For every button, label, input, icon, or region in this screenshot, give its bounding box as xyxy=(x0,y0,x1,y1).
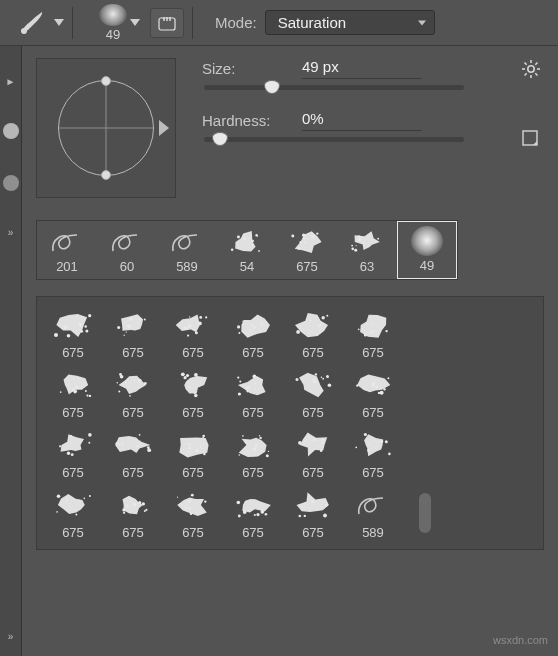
library-brush-tile[interactable]: 675 xyxy=(223,303,283,363)
brush-preset-chevron-icon[interactable] xyxy=(130,15,140,30)
brush-thumb xyxy=(288,307,338,343)
brush-label: 675 xyxy=(182,405,204,420)
tool-preset-chevron-icon[interactable] xyxy=(54,15,64,30)
recent-brush-tile[interactable]: 49 xyxy=(397,221,457,279)
palette-dot[interactable] xyxy=(3,123,19,139)
size-slider-thumb[interactable] xyxy=(264,80,280,94)
library-brush-tile[interactable]: 675 xyxy=(43,423,103,483)
svg-point-38 xyxy=(144,318,146,320)
brush-label: 675 xyxy=(242,345,264,360)
svg-point-125 xyxy=(88,433,92,437)
brush-label: 675 xyxy=(182,345,204,360)
hardness-input[interactable]: 0% xyxy=(302,110,422,131)
library-brush-tile[interactable]: 675 xyxy=(163,363,223,423)
hardness-slider-thumb[interactable] xyxy=(212,132,228,146)
svg-point-164 xyxy=(380,439,383,442)
palette-dot[interactable] xyxy=(3,175,19,191)
svg-point-113 xyxy=(312,378,315,381)
library-brush-tile[interactable]: 675 xyxy=(103,423,163,483)
svg-point-177 xyxy=(57,494,61,498)
svg-point-141 xyxy=(188,446,191,449)
svg-point-15 xyxy=(302,234,305,237)
svg-point-133 xyxy=(139,440,141,442)
size-slider[interactable] xyxy=(204,85,464,90)
library-brush-tile[interactable]: 675 xyxy=(283,303,343,363)
recent-brush-tile[interactable]: 201 xyxy=(37,221,97,279)
library-brush-tile[interactable]: 675 xyxy=(163,483,223,543)
brush-label: 675 xyxy=(122,465,144,480)
library-brush-tile[interactable]: 675 xyxy=(103,363,163,423)
brush-library-grid: 675 675 675 675 675 675 675 675 xyxy=(43,303,403,543)
recent-brush-tile[interactable]: 63 xyxy=(337,221,397,279)
library-brush-tile[interactable]: 675 xyxy=(343,363,403,423)
svg-point-32 xyxy=(79,323,83,327)
collapse-chevron-icon[interactable]: ► xyxy=(6,76,16,87)
brush-thumb xyxy=(48,367,98,403)
brush-preview-picker[interactable]: 49 xyxy=(81,4,140,42)
library-brush-tile[interactable]: 675 xyxy=(163,423,223,483)
gear-icon[interactable] xyxy=(520,58,542,83)
brush-angle-widget[interactable] xyxy=(36,58,176,198)
more-chevron-icon[interactable]: » xyxy=(8,227,14,238)
library-brush-tile[interactable]: 675 xyxy=(343,423,403,483)
blend-mode-control: Mode: Saturation xyxy=(215,10,435,35)
more-chevron-icon[interactable]: » xyxy=(8,631,14,642)
recent-brush-tile[interactable]: 675 xyxy=(277,221,337,279)
library-brush-tile[interactable]: 675 xyxy=(43,303,103,363)
svg-point-153 xyxy=(268,450,269,451)
brush-thumb xyxy=(228,367,278,403)
size-input[interactable]: 49 px xyxy=(302,58,422,79)
hardness-slider[interactable] xyxy=(204,137,464,142)
svg-point-114 xyxy=(321,376,323,378)
options-bar: 49 Mode: Saturation xyxy=(0,0,558,46)
library-brush-tile[interactable]: 675 xyxy=(103,483,163,543)
brush-thumb xyxy=(228,487,278,523)
svg-point-139 xyxy=(118,443,120,445)
svg-point-205 xyxy=(322,500,323,501)
recent-brush-tile[interactable]: 60 xyxy=(97,221,157,279)
brush-thumb xyxy=(165,226,209,258)
recent-brush-tile[interactable]: 54 xyxy=(217,221,277,279)
angle-handle[interactable] xyxy=(101,76,111,86)
svg-point-208 xyxy=(317,508,319,510)
svg-point-102 xyxy=(239,380,241,382)
angle-arrow-icon[interactable] xyxy=(159,120,169,136)
recent-brush-tile[interactable]: 589 xyxy=(157,221,217,279)
library-brush-tile[interactable]: 675 xyxy=(43,363,103,423)
brush-thumb xyxy=(348,307,398,343)
brush-label: 675 xyxy=(122,345,144,360)
svg-point-155 xyxy=(253,447,257,451)
library-brush-tile[interactable]: 675 xyxy=(43,483,103,543)
library-brush-tile[interactable]: 675 xyxy=(163,303,223,363)
library-brush-tile[interactable]: 675 xyxy=(223,483,283,543)
library-brush-tile[interactable]: 675 xyxy=(283,363,343,423)
svg-point-128 xyxy=(70,435,72,437)
svg-point-48 xyxy=(205,316,207,318)
svg-point-66 xyxy=(319,329,321,331)
svg-point-172 xyxy=(84,497,86,499)
brush-label: 675 xyxy=(296,259,318,274)
library-brush-tile[interactable]: 675 xyxy=(283,483,343,543)
library-brush-tile[interactable]: 675 xyxy=(283,423,343,483)
svg-point-9 xyxy=(251,240,254,243)
library-brush-tile[interactable]: 675 xyxy=(103,303,163,363)
mode-label: Mode: xyxy=(215,14,257,31)
blend-mode-select[interactable]: Saturation xyxy=(265,10,435,35)
brush-thumb xyxy=(348,427,398,463)
library-scrollbar[interactable] xyxy=(403,303,447,543)
svg-point-201 xyxy=(254,513,256,515)
angle-circle xyxy=(58,80,154,176)
library-brush-tile[interactable]: 675 xyxy=(223,423,283,483)
scrollbar-thumb[interactable] xyxy=(419,493,431,533)
new-preset-icon[interactable] xyxy=(521,129,541,150)
svg-point-47 xyxy=(199,316,202,319)
brush-tool-icon[interactable] xyxy=(18,10,46,36)
library-brush-tile[interactable]: 675 xyxy=(223,363,283,423)
brush-label: 201 xyxy=(56,259,78,274)
library-brush-tile[interactable]: 589 xyxy=(343,483,403,543)
angle-handle[interactable] xyxy=(101,170,111,180)
library-brush-tile[interactable]: 675 xyxy=(343,303,403,363)
svg-point-140 xyxy=(199,446,201,448)
brush-settings-button[interactable] xyxy=(150,8,184,38)
svg-point-138 xyxy=(121,442,123,444)
